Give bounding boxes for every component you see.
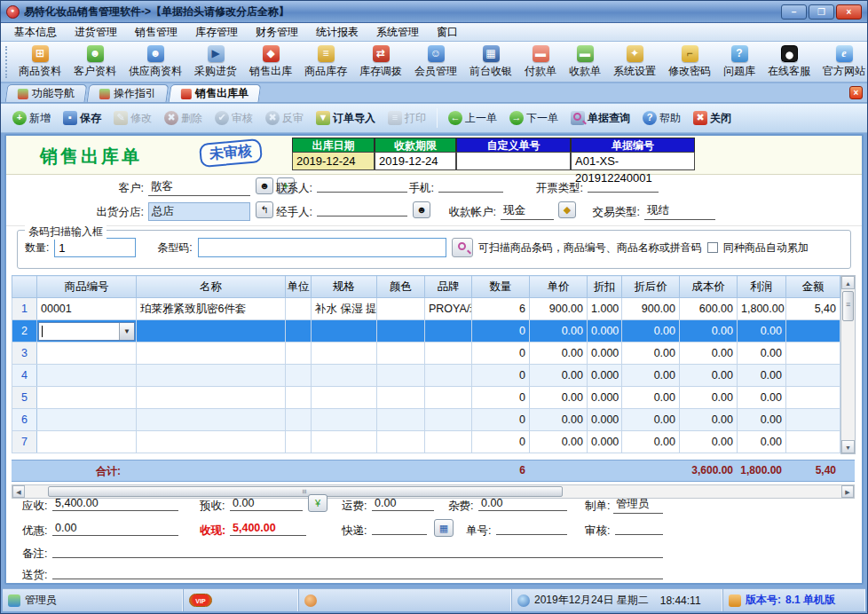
cell-discount[interactable]: 0.000 <box>588 365 622 387</box>
toolbar-sales-out[interactable]: ◆销售出库 <box>243 43 298 81</box>
cell-color[interactable] <box>377 298 425 320</box>
cell-price[interactable]: 0.00 <box>530 387 588 409</box>
cell-spec[interactable] <box>312 342 377 365</box>
cell-product-code[interactable]: ▼ <box>37 342 137 365</box>
cell-amount[interactable]: 5,40 <box>786 298 840 320</box>
cell-disc-price[interactable]: 0.00 <box>622 320 680 342</box>
tab-function-nav[interactable]: 功能导航 <box>5 84 88 102</box>
vertical-scrollbar[interactable]: ▲ ▼ <box>840 275 856 454</box>
toolbar-payment-bill[interactable]: ▬付款单 <box>518 43 563 81</box>
cell-disc-price[interactable]: 0.00 <box>622 387 680 409</box>
invoice-type-field[interactable] <box>588 179 659 193</box>
cell-cost[interactable]: 0.00 <box>680 409 738 431</box>
cell-profit[interactable]: 0.00 <box>738 387 786 409</box>
save-button[interactable]: ▪保存 <box>59 108 106 129</box>
toolbar-stock-transfer[interactable]: ⇄库存调拨 <box>353 43 408 81</box>
tab-close-button[interactable]: × <box>849 86 863 99</box>
cell-name[interactable] <box>137 409 286 431</box>
cell-price[interactable]: 0.00 <box>530 365 588 387</box>
cell-profit[interactable]: 0.00 <box>738 365 786 387</box>
cell-product-code[interactable]: ▼ <box>37 409 137 431</box>
branch-field[interactable]: 总店 <box>148 202 250 221</box>
print-button[interactable]: ≡打印 <box>383 108 430 129</box>
cell-spec[interactable] <box>312 409 377 431</box>
barcode-search-icon[interactable] <box>452 238 473 257</box>
cell-unit[interactable] <box>286 342 312 365</box>
handler-field[interactable] <box>317 203 407 216</box>
tab-sales-out-order[interactable]: 销售出库单 <box>169 84 262 102</box>
scroll-down-icon[interactable]: ▼ <box>841 440 855 453</box>
maximize-button[interactable]: ❐ <box>809 4 834 20</box>
cell-qty[interactable]: 0 <box>472 365 530 387</box>
unaudit-button[interactable]: ✖反审 <box>261 108 308 129</box>
import-order-button[interactable]: ▼订单导入 <box>312 108 380 129</box>
cell-amount[interactable] <box>786 387 840 409</box>
cell-color[interactable] <box>377 431 425 453</box>
cell-price[interactable]: 0.00 <box>530 320 588 342</box>
help-button[interactable]: ?帮助 <box>638 108 685 129</box>
cell-amount[interactable] <box>786 320 840 342</box>
cell-disc-price[interactable]: 0.00 <box>622 365 680 387</box>
express-pick-icon[interactable]: ▦ <box>434 519 454 537</box>
menu-sales[interactable]: 销售管理 <box>127 23 185 42</box>
table-row[interactable]: 1 ▼ 00001 珀莱雅紧致肌密6件套 补水 保湿 提拉 PROYA/珀 6 … <box>12 298 840 320</box>
cell-product-code[interactable]: ▼ 00001 <box>37 298 137 320</box>
cell-brand[interactable] <box>425 365 472 387</box>
cell-product-code[interactable]: ▼ <box>37 320 137 342</box>
menu-system[interactable]: 系统管理 <box>368 23 427 42</box>
qty-input[interactable] <box>54 238 136 257</box>
cell-discount[interactable]: 0.000 <box>588 431 622 453</box>
discount-field[interactable]: 0.00 <box>52 522 178 536</box>
mobile-field[interactable] <box>438 179 503 193</box>
cell-unit[interactable] <box>286 320 312 342</box>
cell-unit[interactable] <box>286 298 312 320</box>
cell-profit[interactable]: 0.00 <box>738 409 786 431</box>
cell-name[interactable] <box>137 342 286 365</box>
barcode-input[interactable] <box>198 238 446 257</box>
cell-name[interactable] <box>137 387 286 409</box>
col-profit[interactable]: 利润 <box>738 276 786 298</box>
cell-color[interactable] <box>377 365 425 387</box>
cell-color[interactable] <box>377 342 425 365</box>
toolbar-members[interactable]: ☺会员管理 <box>408 43 463 81</box>
cell-cost[interactable]: 0.00 <box>680 365 738 387</box>
menu-inventory[interactable]: 库存管理 <box>187 23 246 42</box>
close-button[interactable]: × <box>836 4 862 20</box>
toolbar-official-site[interactable]: e官方网站 <box>817 43 867 81</box>
col-unit[interactable]: 单位 <box>286 276 312 298</box>
cell-spec[interactable] <box>312 320 377 342</box>
cell-name[interactable]: 珀莱雅紧致肌密6件套 <box>137 298 286 320</box>
cell-disc-price[interactable]: 900.00 <box>622 298 680 320</box>
cell-cost[interactable]: 0.00 <box>680 387 738 409</box>
table-row[interactable]: 2 ▼ 0 0.00 0.000 0.00 0.00 0.00 <box>12 320 840 342</box>
cell-price[interactable]: 0.00 <box>530 409 588 431</box>
toolbar-supplier-data[interactable]: ☻供应商资料 <box>122 43 188 81</box>
trade-type-field[interactable]: 现结 <box>644 203 715 220</box>
cell-unit[interactable] <box>286 365 312 387</box>
menu-window[interactable]: 窗口 <box>429 23 466 42</box>
col-color[interactable]: 颜色 <box>377 276 425 298</box>
cell-qty[interactable]: 0 <box>472 387 530 409</box>
cell-disc-price[interactable]: 0.00 <box>622 342 680 365</box>
cell-disc-price[interactable]: 0.00 <box>622 409 680 431</box>
query-orders-button[interactable]: 单据查询 <box>566 108 635 129</box>
col-product-code[interactable]: 商品编号 <box>37 276 137 298</box>
col-discount[interactable]: 折扣 <box>588 276 622 298</box>
table-row[interactable]: 7 ▼ 0 0.00 0.000 0.00 0.00 0.00 <box>12 431 840 453</box>
col-brand[interactable]: 品牌 <box>425 276 472 298</box>
cell-discount[interactable]: 1.000 <box>588 298 622 320</box>
cell-discount[interactable]: 0.000 <box>588 342 622 365</box>
cell-brand[interactable]: PROYA/珀 <box>425 298 472 320</box>
col-amount[interactable]: 金额 <box>786 276 840 298</box>
cell-brand[interactable] <box>425 342 472 365</box>
doc-no-field[interactable]: A01-XS-201912240001 <box>571 152 695 170</box>
auto-accumulate-checkbox[interactable] <box>707 242 718 253</box>
cell-qty[interactable]: 0 <box>472 320 530 342</box>
account-pick-icon[interactable]: ◆ <box>558 201 576 218</box>
cell-discount[interactable]: 0.000 <box>588 320 622 342</box>
cell-brand[interactable] <box>425 320 472 342</box>
handler-pick-icon[interactable]: ☻ <box>413 201 430 218</box>
toolbar-receipt-bill[interactable]: ▬收款单 <box>563 43 607 81</box>
col-price[interactable]: 单价 <box>530 276 588 298</box>
out-date-field[interactable]: 2019-12-24 <box>292 152 375 170</box>
